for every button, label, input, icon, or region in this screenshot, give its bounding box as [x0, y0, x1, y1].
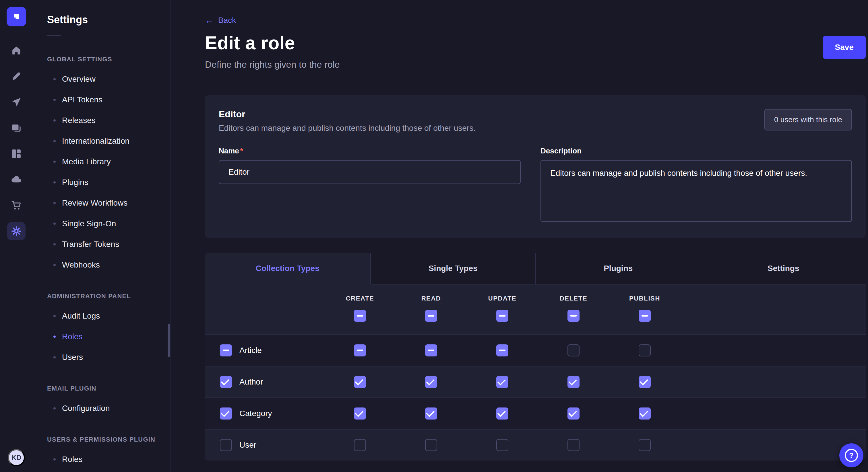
sidebar-item-webhooks[interactable]: Webhooks [33, 255, 170, 275]
sidebar-item-roles-up[interactable]: Roles [33, 449, 170, 470]
sidebar-item-api-tokens[interactable]: API Tokens [33, 90, 170, 110]
row-label-cell: User [205, 439, 324, 451]
article-create-checkbox[interactable] [354, 344, 366, 357]
nav-home-button[interactable] [7, 41, 26, 60]
cell [609, 376, 680, 388]
category-publish-checkbox[interactable] [639, 407, 651, 419]
role-description-text: Editors can manage and publish contents … [219, 124, 476, 133]
name-input[interactable] [219, 160, 521, 184]
article-publish-checkbox[interactable] [639, 344, 651, 357]
nav-settings-button[interactable] [7, 222, 26, 240]
nav-media-library-button[interactable] [7, 119, 26, 137]
cell [467, 376, 538, 388]
tab-settings[interactable]: Settings [701, 253, 866, 284]
sidebar-item-label: API Tokens [62, 95, 102, 104]
name-field-group: Name* [219, 146, 530, 224]
tab-collection-types[interactable]: Collection Types [205, 253, 370, 284]
sidebar-item-roles-admin[interactable]: Roles [33, 326, 170, 347]
sidebar-item-label: Media Library [62, 157, 111, 166]
permissions-card: Collection Types Single Types Plugins Se… [205, 253, 866, 461]
user-delete-checkbox[interactable] [567, 439, 580, 451]
author-delete-checkbox[interactable] [567, 376, 580, 388]
help-button[interactable]: ? [839, 443, 863, 467]
nav-deploy-button[interactable] [7, 93, 26, 111]
article-delete-checkbox[interactable] [567, 344, 580, 357]
settings-subnav: Settings GLOBAL SETTINGS Overview API To… [33, 0, 171, 472]
strapi-logo-icon [11, 11, 22, 22]
select-all-delete-checkbox[interactable] [567, 310, 580, 322]
column-label: DELETE [560, 295, 587, 302]
tab-plugins[interactable]: Plugins [535, 253, 701, 284]
author-publish-checkbox[interactable] [639, 376, 651, 388]
article-read-checkbox[interactable] [425, 344, 437, 357]
row-checkbox-author[interactable] [220, 376, 232, 388]
category-delete-checkbox[interactable] [567, 407, 580, 419]
description-field-label: Description [540, 146, 852, 156]
nav-cloud-button[interactable] [7, 170, 26, 189]
author-create-checkbox[interactable] [354, 376, 366, 388]
row-checkbox-user[interactable] [220, 439, 232, 451]
tab-single-types[interactable]: Single Types [370, 253, 536, 284]
column-label: READ [422, 295, 441, 302]
bullet-icon [53, 315, 56, 317]
home-icon [11, 45, 21, 55]
select-all-publish-checkbox[interactable] [639, 310, 651, 322]
sidebar-item-users[interactable]: Users [33, 347, 170, 368]
nav-content-manager-button[interactable] [7, 67, 26, 86]
category-create-checkbox[interactable] [354, 407, 366, 419]
column-label: CREATE [346, 295, 374, 302]
row-checkbox-category[interactable] [220, 407, 232, 419]
user-publish-checkbox[interactable] [639, 439, 651, 451]
users-with-role-badge[interactable]: 0 users with this role [764, 109, 852, 131]
nav-content-type-builder-button[interactable] [7, 144, 26, 163]
bullet-icon [53, 223, 56, 225]
select-all-read-checkbox[interactable] [425, 310, 437, 322]
description-textarea[interactable]: Editors can manage and publish contents … [540, 160, 852, 222]
user-update-checkbox[interactable] [496, 439, 508, 451]
cell [467, 439, 538, 451]
cell [396, 376, 467, 388]
scrollbar-thumb[interactable] [167, 324, 170, 357]
category-read-checkbox[interactable] [425, 407, 437, 419]
user-create-checkbox[interactable] [354, 439, 366, 451]
sidebar-item-providers[interactable]: Providers [33, 470, 170, 472]
sidebar-item-overview[interactable]: Overview [33, 69, 170, 90]
user-avatar[interactable]: KD [8, 449, 25, 466]
article-update-checkbox[interactable] [496, 344, 508, 357]
back-link[interactable]: ← Back [205, 16, 236, 25]
cell [609, 407, 680, 419]
sidebar-item-transfer-tokens[interactable]: Transfer Tokens [33, 234, 170, 255]
user-read-checkbox[interactable] [425, 439, 437, 451]
sidebar-item-label: Roles [62, 455, 83, 464]
bullet-icon [53, 99, 56, 101]
row-checkbox-article[interactable] [220, 344, 232, 357]
sidebar-item-configuration[interactable]: Configuration [33, 398, 170, 419]
sidebar-item-plugins[interactable]: Plugins [33, 172, 170, 193]
bullet-icon [53, 202, 56, 204]
nav-marketplace-button[interactable] [7, 196, 26, 214]
save-button[interactable]: Save [823, 36, 866, 59]
author-read-checkbox[interactable] [425, 376, 437, 388]
sidebar-item-label: Roles [62, 332, 83, 341]
row-label-text: Author [239, 377, 263, 386]
select-all-update-checkbox[interactable] [496, 310, 508, 322]
strapi-logo[interactable] [7, 7, 26, 26]
sidebar-item-review-workflows[interactable]: Review Workflows [33, 193, 170, 213]
sidebar-item-media-library[interactable]: Media Library [33, 151, 170, 172]
bullet-icon [53, 140, 56, 142]
column-label: PUBLISH [629, 295, 660, 302]
section-heading: EMAIL PLUGIN [33, 380, 170, 398]
main-content: ← Back Edit a role Define the rights giv… [171, 0, 868, 472]
select-all-create-checkbox[interactable] [354, 310, 366, 322]
category-update-checkbox[interactable] [496, 407, 508, 419]
sidebar-item-audit-logs[interactable]: Audit Logs [33, 306, 170, 326]
sidebar-item-single-sign-on[interactable]: Single Sign-On [33, 213, 170, 234]
sidebar-item-internationalization[interactable]: Internationalization [33, 131, 170, 151]
sidebar-item-releases[interactable]: Releases [33, 110, 170, 131]
section-administration-panel: ADMINISTRATION PANEL Audit Logs Roles Us… [33, 288, 170, 368]
back-label: Back [218, 16, 236, 25]
role-details-card: Editor Editors can manage and publish co… [205, 95, 866, 238]
media-library-icon [11, 123, 21, 133]
author-update-checkbox[interactable] [496, 376, 508, 388]
row-label-text: Category [239, 409, 272, 418]
